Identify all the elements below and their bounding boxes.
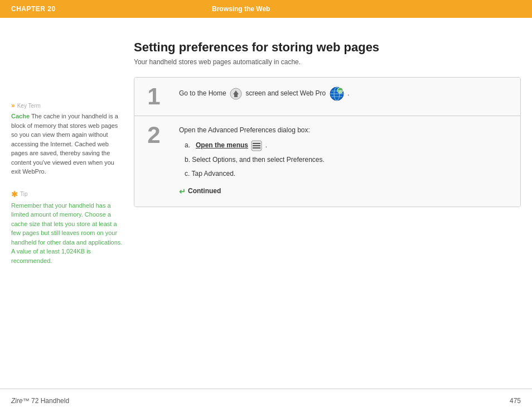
step-1-content: Go to the Home screen and select Web Pro: [168, 78, 520, 116]
footer-brand-italic: Zire™: [11, 397, 30, 405]
continued-label: ↵ Continued: [179, 185, 509, 198]
webpro-icon: W: [330, 87, 344, 101]
key-term-arrow-icon: »: [11, 102, 15, 109]
page-header: CHAPTER 20 Browsing the Web: [0, 0, 532, 18]
chapter-title: Browsing the Web: [212, 5, 521, 13]
key-term-label-row: » Key Term: [11, 102, 123, 109]
home-icon: [230, 88, 242, 100]
step-2-content: Open the Advanced Preferences dialog box…: [168, 116, 520, 207]
tip-label-row: ✱ Tip: [11, 190, 123, 199]
open-menus-link[interactable]: Open the menus: [196, 141, 248, 149]
page-footer: Zire™ 72 Handheld 475: [0, 389, 532, 412]
step-2: 2 Open the Advanced Preferences dialog b…: [134, 116, 520, 207]
step-2-sub-a-period: .: [265, 141, 267, 149]
continued-arrow-icon: ↵: [179, 185, 186, 198]
step-2-sub-a: a. Open the menus .: [185, 140, 509, 151]
step-2-intro: Open the Advanced Preferences dialog box…: [179, 125, 509, 136]
svg-rect-12: [253, 145, 260, 146]
page-subheading: Your handheld stores web pages automatic…: [134, 58, 521, 66]
step-1-text-after: screen and select Web Pro: [245, 89, 326, 97]
step-1-text-before: Go to the Home: [179, 89, 226, 97]
footer-brand: Zire™ 72 Handheld: [11, 397, 69, 405]
step-2-number: 2: [134, 116, 168, 207]
sidebar: » Key Term Cache The cache in your handh…: [11, 35, 123, 377]
step-2-sub-a-label: a.: [185, 141, 190, 149]
tip-body: Remember that your handheld has a limite…: [11, 201, 123, 266]
page-heading: Setting preferences for storing web page…: [134, 40, 521, 55]
svg-rect-2: [234, 94, 238, 97]
svg-rect-13: [253, 147, 260, 148]
main-content: » Key Term Cache The cache in your handh…: [0, 18, 532, 389]
step-2-sub-b: b. Select Options, and then select Prefe…: [185, 155, 509, 165]
chapter-label: CHAPTER 20: [11, 5, 123, 13]
step-1: 1 Go to the Home screen and select Web P…: [134, 78, 520, 116]
step-1-period: .: [347, 89, 349, 97]
menu-icon: [251, 140, 262, 151]
steps-container: 1 Go to the Home screen and select Web P…: [134, 77, 521, 207]
key-term-definition: The cache in your handheld is a block of…: [11, 113, 118, 175]
step-2-sub-c: c. Tap Advanced.: [185, 169, 509, 179]
footer-page-number: 475: [510, 397, 521, 405]
tip-asterisk-icon: ✱: [11, 190, 18, 199]
svg-rect-11: [253, 143, 260, 144]
tip-section: ✱ Tip Remember that your handheld has a …: [11, 190, 123, 266]
content-area: Setting preferences for storing web page…: [134, 35, 521, 377]
continued-text: Continued: [188, 186, 221, 197]
footer-brand-text: 72 Handheld: [31, 397, 69, 405]
key-term-word: Cache: [11, 113, 30, 119]
svg-text:W: W: [338, 89, 342, 93]
key-term-body: Cache The cache in your handheld is a bl…: [11, 112, 123, 176]
key-term-label-text: Key Term: [17, 103, 41, 109]
step-1-number: 1: [134, 78, 168, 116]
key-term-section: » Key Term Cache The cache in your handh…: [11, 102, 123, 176]
tip-label-text: Tip: [20, 191, 28, 197]
